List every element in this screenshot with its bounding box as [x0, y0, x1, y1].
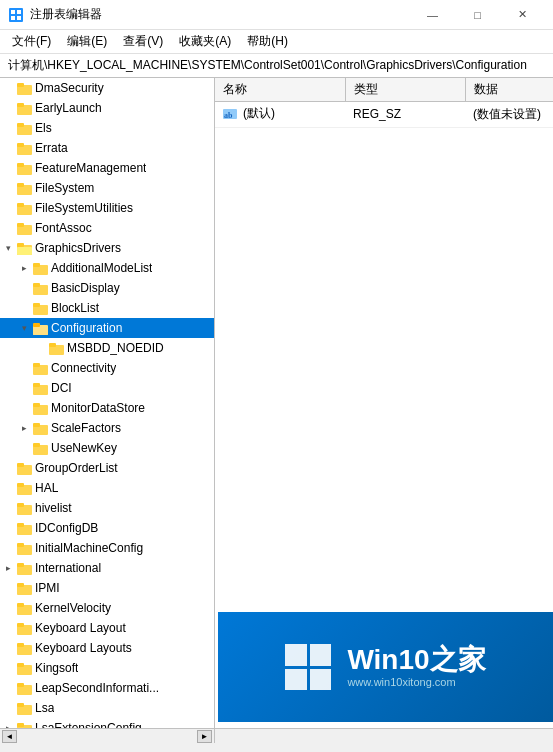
tree-label-graphicsdrivers: GraphicsDrivers	[35, 241, 121, 255]
tree-item-earlylaunch[interactable]: ▸ EarlyLaunch	[0, 98, 214, 118]
reg-type: REG_SZ	[345, 102, 465, 128]
maximize-button[interactable]: □	[455, 0, 500, 30]
tree-item-configuration[interactable]: ▾ Configuration	[0, 318, 214, 338]
col-name[interactable]: 名称	[215, 78, 345, 102]
tree-toggle-scalefactors[interactable]: ▸	[16, 418, 32, 438]
tree-label-keyboardlayouts: Keyboard Layouts	[35, 641, 132, 655]
svg-rect-18	[17, 203, 24, 207]
tree-label-fontassoc: FontAssoc	[35, 221, 92, 235]
tree-item-basicdisplay[interactable]: ▸ BasicDisplay	[0, 278, 214, 298]
tree-item-filesystemutilities[interactable]: ▸ FileSystemUtilities	[0, 198, 214, 218]
tree-toggle-featuremanagement: ▸	[0, 158, 16, 178]
tree-item-usenewkey[interactable]: ▸ UseNewKey	[0, 438, 214, 458]
tree-item-dmasecurity[interactable]: ▸ DmaSecurity	[0, 78, 214, 98]
folder-icon-scalefactors	[32, 420, 48, 436]
svg-rect-58	[17, 583, 24, 587]
col-type[interactable]: 类型	[345, 78, 465, 102]
tree-toggle-keyboardlayout: ▸	[0, 618, 16, 638]
menu-favorites[interactable]: 收藏夹(A)	[171, 31, 239, 52]
tree-item-lsaextensionconfig[interactable]: ▸ LsaExtensionConfig	[0, 718, 214, 728]
svg-rect-16	[17, 183, 24, 187]
svg-rect-44	[33, 443, 40, 447]
svg-rect-22	[17, 243, 24, 247]
svg-rect-8	[17, 103, 24, 107]
menu-view[interactable]: 查看(V)	[115, 31, 171, 52]
tree-toggle-filesystem: ▸	[0, 178, 16, 198]
scroll-right-btn[interactable]: ►	[197, 730, 212, 743]
tree-toggle-usenewkey: ▸	[16, 438, 32, 458]
tree-item-lsa[interactable]: ▸ Lsa	[0, 698, 214, 718]
tree-item-filesystem[interactable]: ▸ FileSystem	[0, 178, 214, 198]
svg-rect-42	[33, 423, 40, 427]
folder-icon-keyboardlayouts	[16, 640, 32, 656]
tree-item-leapsecondinformati[interactable]: ▸ LeapSecondInformati...	[0, 678, 214, 698]
svg-rect-56	[17, 563, 24, 567]
folder-icon-leapsecondinformati	[16, 680, 32, 696]
tree-item-international[interactable]: ▸ International	[0, 558, 214, 578]
tree-toggle-additionalmodelis[interactable]: ▸	[16, 258, 32, 278]
svg-rect-3	[11, 16, 15, 20]
tree-item-connectivity[interactable]: ▸ Connectivity	[0, 358, 214, 378]
tree-label-hivelist: hivelist	[35, 501, 72, 515]
menu-help[interactable]: 帮助(H)	[239, 31, 296, 52]
tree-toggle-graphicsdrivers[interactable]: ▾	[0, 238, 16, 258]
svg-rect-62	[17, 623, 24, 627]
tree-toggle-monitordatastore: ▸	[16, 398, 32, 418]
table-row[interactable]: ab (默认) REG_SZ(数值未设置)	[215, 102, 553, 128]
svg-rect-38	[33, 383, 40, 387]
folder-icon-graphicsdrivers	[16, 240, 32, 256]
tree-item-hal[interactable]: ▸ HAL	[0, 478, 214, 498]
tree-item-monitordatastore[interactable]: ▸ MonitorDataStore	[0, 398, 214, 418]
tree-toggle-dci: ▸	[16, 378, 32, 398]
tree-item-ipmi[interactable]: ▸ IPMI	[0, 578, 214, 598]
folder-icon-els	[16, 120, 32, 136]
tree-toggle-lsaextensionconfig[interactable]: ▸	[0, 718, 16, 728]
close-button[interactable]: ✕	[500, 0, 545, 30]
tree-item-kingsoft[interactable]: ▸ Kingsoft	[0, 658, 214, 678]
tree-item-initialmachineconfig[interactable]: ▸ InitialMachineConfig	[0, 538, 214, 558]
menu-file[interactable]: 文件(F)	[4, 31, 59, 52]
tree-item-blocklist[interactable]: ▸ BlockList	[0, 298, 214, 318]
tree-item-keyboardlayouts[interactable]: ▸ Keyboard Layouts	[0, 638, 214, 658]
tree-item-msbdd_noedid[interactable]: ▸ MSBDD_NOEDID	[0, 338, 214, 358]
tree-panel[interactable]: ▸ DmaSecurity ▸ EarlyLaunch ▸ Els ▸	[0, 78, 215, 728]
tree-item-kernelvelocity[interactable]: ▸ KernelVelocity	[0, 598, 214, 618]
tree-label-initialmachineconfig: InitialMachineConfig	[35, 541, 143, 555]
menu-edit[interactable]: 编辑(E)	[59, 31, 115, 52]
tree-label-featuremanagement: FeatureManagement	[35, 161, 146, 175]
folder-icon-lsa	[16, 700, 32, 716]
scroll-left-btn[interactable]: ◄	[2, 730, 17, 743]
tree-item-scalefactors[interactable]: ▸ ScaleFactors	[0, 418, 214, 438]
folder-icon-kernelvelocity	[16, 600, 32, 616]
tree-toggle-errata: ▸	[0, 138, 16, 158]
svg-text:ab: ab	[224, 111, 233, 120]
tree-item-els[interactable]: ▸ Els	[0, 118, 214, 138]
tree-item-graphicsdrivers[interactable]: ▾ GraphicsDrivers	[0, 238, 214, 258]
folder-icon-monitordatastore	[32, 400, 48, 416]
col-data[interactable]: 数据	[465, 78, 553, 102]
title-bar: 注册表编辑器 — □ ✕	[0, 0, 553, 30]
app-icon	[8, 7, 24, 23]
folder-icon-additionalmodelis	[32, 260, 48, 276]
tree-item-additionalmodelis[interactable]: ▸ AdditionalModeList	[0, 258, 214, 278]
tree-label-connectivity: Connectivity	[51, 361, 116, 375]
tree-label-idconfigdb: IDConfigDB	[35, 521, 98, 535]
tree-toggle-international[interactable]: ▸	[0, 558, 16, 578]
tree-item-dci[interactable]: ▸ DCI	[0, 378, 214, 398]
tree-hscroll[interactable]: ◄ ►	[0, 729, 215, 743]
tree-item-grouporderlist[interactable]: ▸ GroupOrderList	[0, 458, 214, 478]
svg-rect-2	[17, 10, 21, 14]
tree-toggle-configuration[interactable]: ▾	[16, 318, 32, 338]
tree-item-keyboardlayout[interactable]: ▸ Keyboard Layout	[0, 618, 214, 638]
tree-toggle-keyboardlayouts: ▸	[0, 638, 16, 658]
right-hscroll	[215, 729, 553, 743]
minimize-button[interactable]: —	[410, 0, 455, 30]
folder-icon-dmasecurity	[16, 80, 32, 96]
tree-item-hivelist[interactable]: ▸ hivelist	[0, 498, 214, 518]
tree-item-featuremanagement[interactable]: ▸ FeatureManagement	[0, 158, 214, 178]
tree-item-errata[interactable]: ▸ Errata	[0, 138, 214, 158]
svg-rect-12	[17, 143, 24, 147]
right-panel: 名称 类型 数据 ab (默认) REG_SZ(数值未设置)	[215, 78, 553, 728]
tree-item-fontassoc[interactable]: ▸ FontAssoc	[0, 218, 214, 238]
tree-item-idconfigdb[interactable]: ▸ IDConfigDB	[0, 518, 214, 538]
